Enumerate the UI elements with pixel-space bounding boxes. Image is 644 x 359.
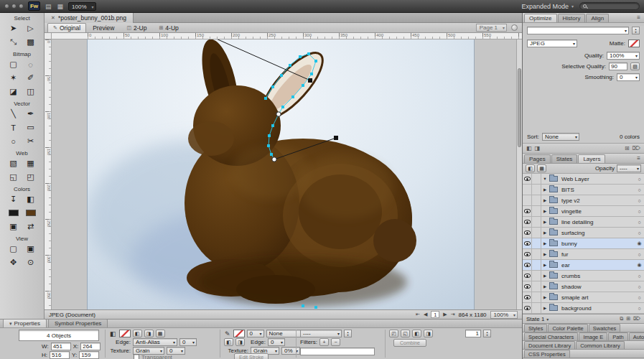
next-state-icon[interactable]: ▶: [443, 312, 447, 317]
first-state-icon[interactable]: ⇤: [416, 312, 420, 317]
layer-row-bunny[interactable]: ▶bunny◉: [523, 238, 644, 249]
layer-expand-icon[interactable]: ▶: [541, 252, 549, 256]
duplicate-state-icon[interactable]: ⧉: [620, 316, 623, 322]
tab-color-palette[interactable]: Color Palette: [548, 324, 587, 332]
layer-visibility-toggle[interactable]: [523, 260, 532, 271]
layer-expand-icon[interactable]: ▶: [541, 230, 549, 235]
swatch-options-icon[interactable]: ◧: [526, 145, 532, 151]
scrollbar-thumb[interactable]: [518, 68, 521, 147]
fill-color-swatch[interactable]: [119, 330, 131, 337]
tab-align[interactable]: Align: [586, 14, 609, 22]
last-state-icon[interactable]: ⇥: [451, 312, 455, 317]
tab-auto-shapes[interactable]: Auto Shi: [629, 332, 644, 340]
line-tool[interactable]: ╲: [5, 107, 22, 121]
tab-original[interactable]: ✎ Original: [47, 23, 86, 32]
punch-icon[interactable]: ◨: [424, 330, 433, 337]
crop-tool[interactable]: ▩: [22, 35, 39, 49]
export-format-select[interactable]: JPEG: [527, 39, 577, 47]
selective-quality-input[interactable]: 90: [609, 62, 627, 70]
page-options-icon[interactable]: [511, 24, 518, 31]
vertical-scrollbar[interactable]: [516, 39, 522, 309]
layer-lock-cell[interactable]: [532, 271, 541, 281]
layer-visibility-toggle[interactable]: [523, 292, 532, 303]
layer-lock-cell[interactable]: [532, 292, 541, 303]
layer-active-indicator[interactable]: ○: [635, 177, 644, 182]
pointer-tool[interactable]: ➤: [5, 22, 22, 35]
fill-option-icon[interactable]: ◧: [133, 330, 142, 337]
layer-active-indicator[interactable]: ○: [635, 209, 644, 214]
vertical-ruler[interactable]: 050100150200250300350: [45, 39, 52, 309]
default-colors-tool[interactable]: ▣: [5, 220, 22, 233]
layer-active-indicator[interactable]: ◉: [635, 262, 644, 268]
layer-active-indicator[interactable]: ○: [635, 187, 644, 192]
matte-color-swatch[interactable]: [628, 39, 640, 47]
tab-2up[interactable]: ◫ 2-Up: [121, 23, 152, 32]
saved-settings-select[interactable]: [527, 27, 629, 34]
layer-visibility-toggle[interactable]: [523, 174, 532, 185]
zoom-tool[interactable]: ⊙: [22, 256, 39, 269]
panel-menu-icon[interactable]: ≡: [635, 14, 643, 21]
fill-edge-amount[interactable]: 0: [179, 338, 197, 346]
sort-select[interactable]: None: [542, 133, 579, 141]
layer-row-surfacing[interactable]: ▶surfacing○: [523, 228, 644, 238]
tab-4up[interactable]: ⊞ 4-Up: [153, 23, 184, 32]
bezier-handle-1[interactable]: [308, 78, 312, 83]
layer-lock-cell[interactable]: [532, 249, 541, 260]
layer-expand-icon[interactable]: ▶: [541, 187, 549, 192]
union-icon[interactable]: ◰: [389, 330, 398, 337]
props-number-field[interactable]: 1: [465, 330, 481, 337]
layer-active-indicator[interactable]: ○: [635, 198, 644, 203]
style-select[interactable]: ----: [300, 330, 342, 337]
stroke-option-icon[interactable]: ◧: [224, 338, 233, 346]
remove-filter-button[interactable]: −: [331, 338, 340, 346]
stroke-color-swatch[interactable]: [233, 330, 245, 337]
layer-row-ear[interactable]: ▶ear◉: [523, 260, 644, 271]
layer-row-crumbs[interactable]: ▶crumbs○: [523, 271, 644, 281]
text-tool[interactable]: T: [5, 121, 22, 134]
lock-all-icon[interactable]: ▦: [537, 164, 546, 172]
standard-screen-tool[interactable]: ▢: [5, 242, 22, 256]
tab-image-editing[interactable]: Image E: [579, 332, 607, 340]
hotspot-tool[interactable]: ▧: [5, 157, 22, 170]
layer-lock-cell[interactable]: [532, 206, 541, 217]
search-input[interactable]: [579, 2, 640, 10]
tab-common-library[interactable]: Common Library: [576, 341, 624, 349]
close-window-icon[interactable]: [4, 4, 9, 9]
layer-visibility-toggle[interactable]: [523, 281, 532, 292]
tab-swatches[interactable]: Swatches: [589, 324, 621, 332]
fill-option-icon[interactable]: ▦: [156, 330, 165, 337]
layer-visibility-toggle[interactable]: [523, 195, 532, 206]
minimize-window-icon[interactable]: [11, 4, 17, 9]
page-select[interactable]: Page 1: [476, 24, 507, 32]
lasso-tool[interactable]: ◌: [22, 57, 39, 71]
export-wizard-icon[interactable]: ⊞: [625, 145, 630, 151]
layer-expand-icon[interactable]: ▶: [541, 198, 549, 202]
tab-preview[interactable]: Preview: [87, 23, 120, 32]
rectangle-tool[interactable]: ▭: [22, 121, 39, 134]
tab-layers[interactable]: Layers: [578, 154, 605, 163]
saved-settings-stepper[interactable]: [632, 27, 640, 34]
zoom-window-icon[interactable]: [19, 4, 24, 9]
show-hotspots-tool[interactable]: ◰: [22, 170, 39, 184]
layer-expand-icon[interactable]: ▶: [541, 284, 549, 289]
layer-visibility-toggle[interactable]: [523, 217, 532, 228]
y-input[interactable]: 159: [79, 351, 99, 359]
marquee-tool[interactable]: ▢: [5, 57, 22, 71]
canvas-pasteboard[interactable]: [52, 39, 522, 309]
magic-wand-tool[interactable]: ✶: [5, 71, 22, 85]
stroke-color-tool[interactable]: [5, 206, 22, 220]
layer-active-indicator[interactable]: ○: [635, 230, 644, 236]
workspace-mode-select[interactable]: Expanded Mode ▾: [521, 3, 574, 10]
layer-active-indicator[interactable]: ○: [635, 306, 644, 311]
eraser-tool[interactable]: ◪: [5, 85, 22, 98]
height-input[interactable]: 516: [50, 351, 70, 359]
layer-row-vingette[interactable]: ▶vingette○: [523, 206, 644, 217]
layer-row-background[interactable]: ▶background○: [523, 303, 644, 314]
stroke-edge-amount[interactable]: 0: [268, 338, 285, 346]
fill-option-icon[interactable]: ◨: [144, 330, 154, 337]
panel-menu-icon[interactable]: ≡: [635, 155, 643, 162]
layer-lock-cell[interactable]: [532, 217, 541, 228]
document-icon[interactable]: ▤: [45, 3, 52, 10]
zoom-level-select[interactable]: 100%: [68, 2, 95, 11]
tab-path[interactable]: Path: [608, 332, 627, 340]
